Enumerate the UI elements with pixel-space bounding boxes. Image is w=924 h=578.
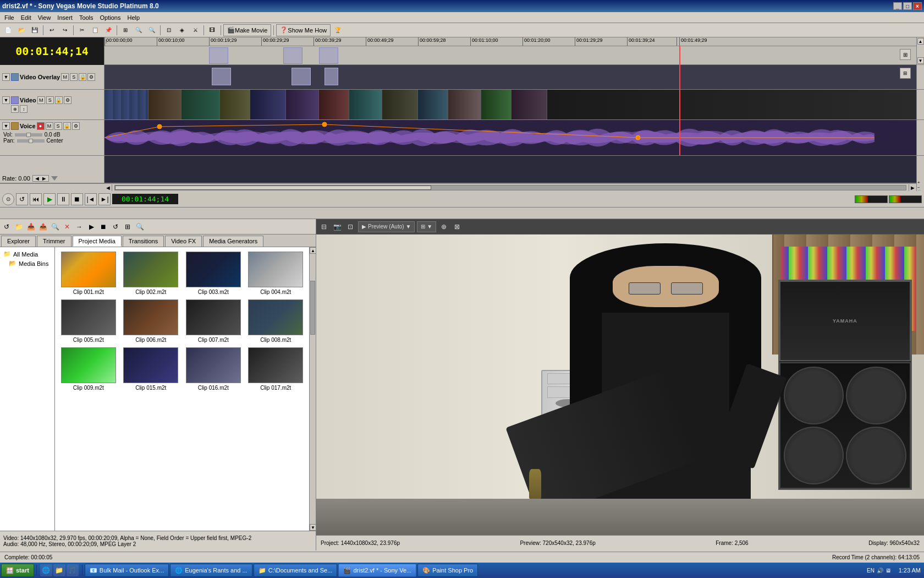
preview-ext-btn[interactable]: ⊕ [438, 221, 449, 232]
media-scroll-up[interactable]: ▲ [310, 247, 316, 254]
track-solo-voice[interactable]: S [54, 122, 62, 130]
clip-item-005[interactable]: Clip 005.m2t [59, 299, 118, 343]
menu-help[interactable]: Help [124, 13, 143, 22]
tree-item-all-media[interactable]: 📁 All Media [2, 249, 52, 259]
pan-thumb[interactable] [29, 139, 33, 143]
clip-item-004[interactable]: Clip 004.m2t [247, 252, 305, 295]
media-newbin-btn[interactable]: 📁 [13, 221, 24, 232]
rate-inc[interactable]: ► [41, 175, 47, 182]
media-loop-btn[interactable]: ↺ [110, 221, 121, 232]
media-refresh-btn[interactable]: ↺ [1, 221, 12, 232]
clip-item-006[interactable]: Clip 006.m2t [122, 299, 180, 343]
timeline-scroll-thumb[interactable] [115, 186, 431, 190]
taskbar-browser[interactable]: 🌐 Eugenia's Rants and ... [170, 564, 252, 577]
menu-insert[interactable]: Insert [54, 13, 76, 22]
vol-thumb[interactable] [26, 133, 31, 137]
tree-item-media-bins[interactable]: 📂 Media Bins [2, 259, 52, 268]
track-expand-overlay[interactable]: ▼ [2, 73, 10, 81]
track-lock-overlay[interactable]: 🔒 [79, 73, 86, 81]
play-btn[interactable]: ▶ [43, 193, 56, 205]
tab-transitions[interactable]: Transitions [123, 236, 164, 247]
overlay-view-button[interactable]: ⊞ [900, 68, 911, 79]
menu-view[interactable]: View [35, 13, 54, 22]
taskbar-outlook[interactable]: 📧 Bulk Mail - Outlook Ex... [85, 564, 169, 577]
preview-grid-btn[interactable]: ⊞ ▼ [417, 221, 436, 232]
media-scroll-down[interactable]: ▼ [310, 524, 316, 531]
track-expand-video[interactable]: ▼ [2, 96, 10, 104]
ie-button[interactable]: 🌐 [40, 564, 52, 576]
vol-slider[interactable] [15, 133, 42, 137]
media-addtotrack-btn[interactable]: → [74, 221, 85, 232]
undo-button[interactable]: ↩ [46, 24, 58, 36]
grid-view-button[interactable]: ⊞ [900, 49, 911, 60]
pause-btn[interactable]: ⏸ [57, 193, 69, 205]
overlay-clip-content-1[interactable] [212, 68, 231, 85]
start-button[interactable]: 🪟 start [1, 564, 34, 577]
folder-button[interactable]: 📁 [53, 564, 65, 576]
clip-item-001[interactable]: Clip 001.m2t [59, 252, 118, 295]
snap-button[interactable]: ⊡ [163, 24, 175, 36]
make-movie-button[interactable]: 🎬 Make Movie [223, 24, 271, 36]
extra-button[interactable]: 🏆 [332, 24, 344, 36]
redo-button[interactable]: ↪ [59, 24, 71, 36]
clip-item-009[interactable]: Clip 009.m2t [59, 347, 118, 391]
next-frame-btn[interactable]: ►| [98, 193, 111, 205]
rate-dec[interactable]: ◄ [34, 175, 40, 182]
marker-button[interactable]: ◈ [176, 24, 188, 36]
split-button[interactable]: ⚔ [189, 24, 201, 36]
track-resize-video[interactable]: ↕ [20, 105, 28, 113]
menu-file[interactable]: File [1, 13, 18, 22]
track-solo-overlay[interactable]: S [70, 73, 78, 81]
track-expand-voice[interactable]: ▼ [2, 122, 10, 130]
track-lock-voice[interactable]: 🔒 [63, 122, 71, 130]
menu-options[interactable]: Options [97, 13, 124, 22]
pan-slider[interactable] [17, 139, 45, 143]
taskbar-paintshop[interactable]: 🎨 Paint Shop Pro [417, 564, 478, 577]
tab-media-generators[interactable]: Media Generators [203, 236, 263, 247]
tab-video-fx[interactable]: Video FX [165, 236, 202, 247]
clip-item-003[interactable]: Clip 003.m2t [184, 252, 243, 295]
media-size-btn[interactable]: 🔍 [134, 221, 145, 232]
preview-scope-btn[interactable]: ⊡ [345, 221, 356, 232]
video-clip-10[interactable] [418, 90, 448, 119]
zoom-out-timeline[interactable]: − [917, 185, 923, 190]
menu-edit[interactable]: Edit [18, 13, 35, 22]
scroll-right-btn[interactable]: ► [909, 184, 916, 191]
clip-item-015[interactable]: Clip 015.m2t [122, 347, 180, 391]
media-scroll-track[interactable] [310, 254, 316, 524]
video-clip-1[interactable] [105, 90, 148, 119]
media-search-btn[interactable]: 🔍 [50, 221, 61, 232]
clip-item-002[interactable]: Clip 002.m2t [122, 252, 180, 295]
clip-item-007[interactable]: Clip 007.m2t [184, 299, 243, 343]
media-player-button[interactable]: 🎵 [67, 564, 79, 576]
preview-full-btn[interactable]: ⊠ [452, 221, 463, 232]
timeline-scroll-track[interactable] [114, 185, 906, 190]
minimize-button[interactable]: _ [893, 2, 902, 10]
media-view-btn[interactable]: ⊞ [122, 221, 133, 232]
track-fx-overlay[interactable]: ⚙ [87, 73, 95, 81]
clip-item-008[interactable]: Clip 008.m2t [247, 299, 305, 343]
video-clip-9[interactable] [382, 90, 418, 119]
save-button[interactable]: 💾 [29, 24, 41, 36]
preview-capture-btn[interactable]: 📷 [332, 221, 343, 232]
track-fx-video[interactable]: ⚙ [64, 96, 72, 104]
new-button[interactable]: 📄 [2, 24, 14, 36]
video-clip-8[interactable] [349, 90, 382, 119]
scroll-down-button[interactable]: ▼ [917, 57, 924, 64]
tab-explorer[interactable]: Explorer [1, 236, 36, 247]
play-from-start-btn[interactable]: ⏮ [30, 193, 42, 205]
track-mute-video[interactable]: M [37, 96, 45, 104]
track-mute-overlay[interactable]: M [61, 73, 69, 81]
zoom-out-button[interactable]: 🔍 [146, 24, 158, 36]
show-me-how-button[interactable]: ❓ Show Me How [276, 24, 331, 36]
close-button[interactable]: × [913, 2, 922, 10]
zoom-in-button[interactable]: 🔍 [133, 24, 145, 36]
video-clip-3[interactable] [182, 90, 220, 119]
taskbar-vegas[interactable]: 🎬 drist2.vf * - Sony Ve... [338, 564, 416, 577]
track-record-voice[interactable]: ● [37, 122, 45, 130]
copy-button[interactable]: 📋 [89, 24, 101, 36]
scroll-left-btn[interactable]: ◄ [105, 184, 112, 191]
media-delete-btn[interactable]: ✕ [62, 221, 73, 232]
taskbar-explorer[interactable]: 📁 C:\Documents and Se... [254, 564, 338, 577]
media-scroll-thumb[interactable] [310, 281, 315, 335]
